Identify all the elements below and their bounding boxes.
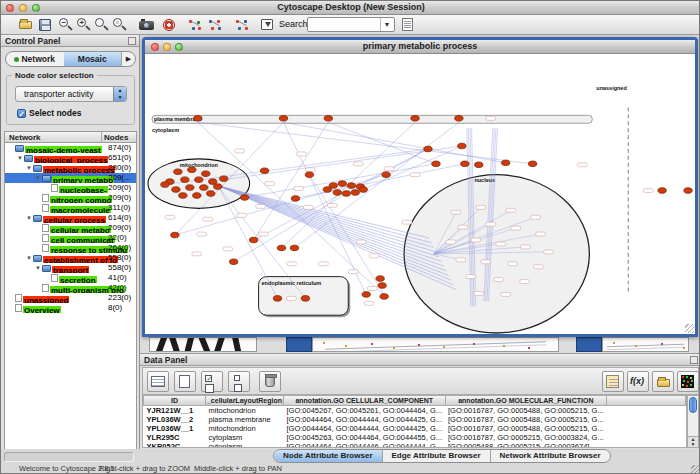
graph-node[interactable] xyxy=(229,259,237,265)
table-column-header[interactable]: ID xyxy=(144,396,206,405)
graph-node[interactable] xyxy=(279,116,287,122)
graph-node[interactable] xyxy=(305,172,313,178)
tree-row[interactable]: Overview8(0) xyxy=(5,303,136,313)
table-row[interactable]: YKR052Ccytoplasm[GO:0044464, GO:0044446,… xyxy=(144,442,686,449)
graph-node[interactable] xyxy=(214,184,222,190)
zoom-in-button[interactable]: + xyxy=(76,17,93,33)
network-canvas[interactable]: plasma membranecytoplasmmitochondrionnuc… xyxy=(145,54,695,334)
tree-row[interactable]: ▼biological_process651(0) xyxy=(5,153,136,163)
background-window-fragment[interactable] xyxy=(602,337,689,352)
tree-row[interactable]: ▼cellular process614(0) xyxy=(5,213,136,223)
tree-row[interactable]: response to stimulu264(0) xyxy=(5,243,136,253)
graph-node[interactable] xyxy=(338,181,346,187)
zoom-out-button[interactable]: − xyxy=(58,17,75,33)
tree-row[interactable]: multi-organism pro42(0) xyxy=(5,283,136,293)
tree-row[interactable]: ▼establishment of lo558(0) xyxy=(5,253,136,263)
graph-node[interactable] xyxy=(362,292,370,298)
graph-node[interactable] xyxy=(684,188,692,194)
nucleus-region[interactable] xyxy=(404,175,589,333)
graph-node[interactable] xyxy=(172,187,180,193)
graph-node[interactable] xyxy=(411,116,419,122)
select-all-attributes-button[interactable]: ✓ xyxy=(201,371,223,392)
formula-builder-button[interactable]: f(x) xyxy=(627,371,649,392)
tree-row[interactable]: nitrogen compo209(0) xyxy=(5,193,136,203)
expander-icon[interactable]: ▼ xyxy=(17,153,24,163)
select-nodes-checkbox[interactable]: ✓ xyxy=(17,109,26,118)
table-column-header[interactable]: annotation.GO MOLECULAR_FUNCTION xyxy=(445,396,607,405)
graph-node[interactable] xyxy=(240,195,248,201)
graph-node[interactable] xyxy=(658,188,666,194)
table-column-header[interactable]: _cellularLayoutRegion xyxy=(206,396,284,405)
help-button[interactable] xyxy=(161,17,178,33)
graph-node[interactable] xyxy=(432,161,440,167)
tree-row[interactable]: nucleobase-209(0) xyxy=(5,183,136,193)
tree-row[interactable]: unassigned223(0) xyxy=(5,293,136,303)
column-nodes[interactable]: Nodes xyxy=(102,132,136,142)
table-row[interactable]: YLR295Ccytoplasm[GO:0045263, GO:0044464,… xyxy=(144,433,686,442)
graph-node[interactable] xyxy=(424,146,432,152)
graph-node[interactable] xyxy=(260,168,268,174)
attribute-table[interactable]: ID_cellularLayoutRegionannotation.GO CEL… xyxy=(142,395,687,448)
float-panel-icon[interactable] xyxy=(128,37,136,45)
graph-node[interactable] xyxy=(209,179,217,185)
background-window-fragment[interactable] xyxy=(576,337,602,352)
table-column-header[interactable] xyxy=(607,396,686,405)
graph-node[interactable] xyxy=(461,161,469,167)
graph-node[interactable] xyxy=(161,182,169,188)
graph-node[interactable] xyxy=(382,172,390,178)
graph-node[interactable] xyxy=(181,177,189,183)
search-dropdown-arrow[interactable]: ▼ xyxy=(380,18,393,31)
edge-attribute-network-button[interactable] xyxy=(234,17,251,33)
open-file-button[interactable] xyxy=(17,17,34,33)
graph-node[interactable] xyxy=(301,296,309,302)
attribute-matrix-button[interactable] xyxy=(677,371,699,392)
column-network[interactable]: Network xyxy=(5,132,102,142)
snapshot-button[interactable] xyxy=(138,17,155,33)
select-attributes-button[interactable] xyxy=(147,371,169,392)
tree-row[interactable]: ▼primary metabo209(... xyxy=(5,173,136,183)
graph-node[interactable] xyxy=(502,160,510,166)
zoom-fit-button[interactable] xyxy=(94,17,111,33)
table-row[interactable]: YJR121W__1mitochondrion[GO:0045267, GO:0… xyxy=(144,405,686,415)
import-attributes-button[interactable] xyxy=(652,371,674,392)
graph-node[interactable] xyxy=(277,245,285,251)
graph-node[interactable] xyxy=(333,190,341,196)
graph-node[interactable] xyxy=(324,116,332,122)
node-attribute-network-button[interactable] xyxy=(207,17,224,33)
tree-row[interactable]: ▼transport558(0) xyxy=(5,263,136,273)
import-notes-button[interactable] xyxy=(602,371,624,392)
filter-button[interactable] xyxy=(259,17,276,33)
scrollbar-arrows[interactable]: ▲▼ xyxy=(688,436,698,447)
create-attribute-button[interactable] xyxy=(174,371,196,392)
graph-node[interactable] xyxy=(378,283,386,289)
background-window-fragment[interactable] xyxy=(149,337,257,352)
tab-mosaic[interactable]: Mosaic xyxy=(64,52,122,66)
tab-network[interactable]: Network xyxy=(6,52,64,66)
tree-row[interactable]: ▼metabolic process280(0) xyxy=(5,163,136,173)
expander-icon[interactable]: ▼ xyxy=(26,213,33,223)
network-graph[interactable]: plasma membranecytoplasmmitochondrionnuc… xyxy=(145,54,695,334)
tree-row[interactable]: mosaic-demo-yeast874(0) xyxy=(5,143,136,153)
expander-icon[interactable]: ▼ xyxy=(26,163,33,173)
node-color-dropdown[interactable]: transporter activity ▲▼ xyxy=(15,86,127,102)
tree-row[interactable]: macromolecule311(0) xyxy=(5,203,136,213)
delete-attribute-button[interactable] xyxy=(259,371,281,392)
graph-node[interactable] xyxy=(186,185,194,191)
scrollbar-thumb[interactable] xyxy=(689,397,697,413)
graph-node[interactable] xyxy=(359,187,367,193)
graph-node[interactable] xyxy=(323,187,331,193)
graph-node[interactable] xyxy=(475,162,483,168)
graph-node[interactable] xyxy=(195,177,203,183)
float-panel-icon[interactable] xyxy=(690,356,698,364)
graph-node[interactable] xyxy=(351,190,359,196)
graph-node[interactable] xyxy=(220,176,228,182)
app-resize-grip[interactable] xyxy=(691,465,700,474)
expander-icon[interactable]: ▼ xyxy=(35,263,42,273)
search-input[interactable] xyxy=(310,19,378,30)
table-scrollbar[interactable]: ▲▼ xyxy=(687,395,699,448)
graph-node[interactable] xyxy=(249,237,257,243)
save-session-button[interactable] xyxy=(37,17,54,33)
graph-node[interactable] xyxy=(193,193,201,199)
graph-node[interactable] xyxy=(458,143,466,149)
tab-network-attribute-browser[interactable]: Network Attribute Browser xyxy=(491,450,610,462)
